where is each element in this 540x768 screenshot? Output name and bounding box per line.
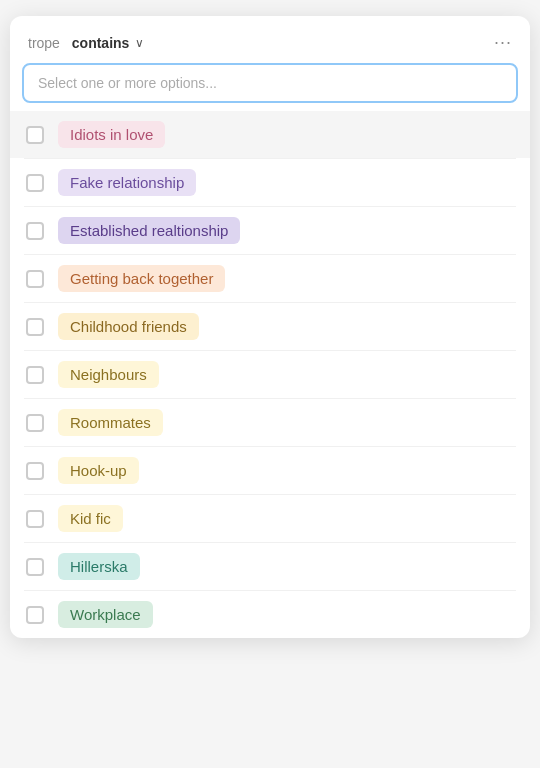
checkbox[interactable] xyxy=(26,606,44,624)
list-item[interactable]: Getting back together xyxy=(10,255,530,302)
checkbox[interactable] xyxy=(26,558,44,576)
option-tag-hook-up: Hook-up xyxy=(58,457,139,484)
option-tag-kid-fic: Kid fic xyxy=(58,505,123,532)
list-item[interactable]: Fake relationship xyxy=(10,159,530,206)
checkbox[interactable] xyxy=(26,126,44,144)
checkbox[interactable] xyxy=(26,222,44,240)
list-item[interactable]: Childhood friends xyxy=(10,303,530,350)
option-tag-childhood-friends: Childhood friends xyxy=(58,313,199,340)
contains-label[interactable]: contains xyxy=(72,35,130,51)
option-tag-hillerska: Hillerska xyxy=(58,553,140,580)
options-list: Idiots in loveFake relationshipEstablish… xyxy=(10,111,530,638)
option-tag-getting-back-together: Getting back together xyxy=(58,265,225,292)
more-options-icon[interactable]: ··· xyxy=(494,32,512,53)
list-item[interactable]: Kid fic xyxy=(10,495,530,542)
list-item[interactable]: Roommates xyxy=(10,399,530,446)
checkbox[interactable] xyxy=(26,462,44,480)
checkbox[interactable] xyxy=(26,318,44,336)
checkbox[interactable] xyxy=(26,366,44,384)
checkbox[interactable] xyxy=(26,270,44,288)
panel-header: trope contains ∨ ··· xyxy=(10,16,530,63)
chevron-down-icon[interactable]: ∨ xyxy=(135,36,144,50)
list-item[interactable]: Established realtionship xyxy=(10,207,530,254)
panel-title: trope contains ∨ xyxy=(28,35,144,51)
list-item[interactable]: Hillerska xyxy=(10,543,530,590)
list-item[interactable]: Neighbours xyxy=(10,351,530,398)
checkbox[interactable] xyxy=(26,510,44,528)
list-item[interactable]: Hook-up xyxy=(10,447,530,494)
search-input[interactable] xyxy=(22,63,518,103)
list-item[interactable]: Idiots in love xyxy=(10,111,530,158)
option-tag-workplace: Workplace xyxy=(58,601,153,628)
option-tag-fake-relationship: Fake relationship xyxy=(58,169,196,196)
list-item[interactable]: Workplace xyxy=(10,591,530,638)
checkbox[interactable] xyxy=(26,174,44,192)
filter-panel: trope contains ∨ ··· Idiots in loveFake … xyxy=(10,16,530,638)
option-tag-established-relationship: Established realtionship xyxy=(58,217,240,244)
search-container xyxy=(10,63,530,111)
option-tag-roommates: Roommates xyxy=(58,409,163,436)
option-tag-idiots-in-love: Idiots in love xyxy=(58,121,165,148)
option-tag-neighbours: Neighbours xyxy=(58,361,159,388)
trope-label: trope xyxy=(28,35,60,51)
checkbox[interactable] xyxy=(26,414,44,432)
